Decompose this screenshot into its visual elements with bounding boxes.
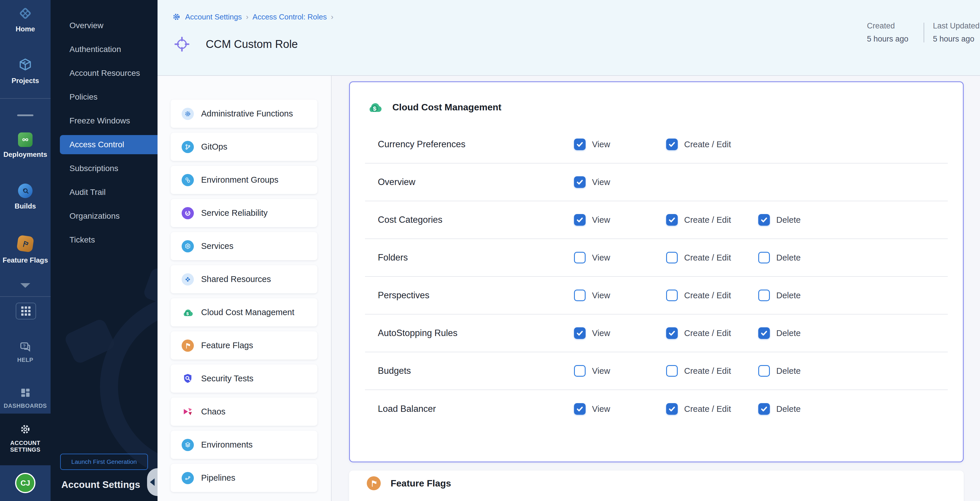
rail-item-deployments[interactable]: Deployments — [0, 132, 51, 159]
checkbox-create-edit[interactable] — [666, 252, 678, 263]
rail-item-dashboards[interactable]: DASHBOARDS — [0, 386, 51, 409]
sidebar-collapse-button[interactable] — [147, 468, 158, 496]
permission-row-autostopping-rules: AutoStopping RulesViewCreate / EditDelet… — [365, 314, 948, 352]
module-card-service-reliability[interactable]: Service Reliability — [170, 199, 317, 227]
checkbox-view[interactable] — [574, 365, 585, 377]
permission-cell-view: View — [574, 327, 666, 339]
sidebar-item-overview[interactable]: Overview — [60, 16, 158, 35]
title-row: CCM Custom Role — [173, 35, 298, 53]
watermark-gear-icon — [100, 293, 158, 480]
permission-cell-view: View — [574, 214, 666, 226]
rail-label-builds: Builds — [0, 202, 51, 210]
module-card-chaos[interactable]: Chaos — [170, 398, 317, 426]
permission-cell-delete: Delete — [758, 214, 850, 226]
sidebar-item-policies[interactable]: Policies — [60, 87, 158, 106]
permission-cell-delete: Delete — [758, 365, 850, 377]
security-tests-icon — [181, 373, 194, 385]
rail-item-home[interactable]: Home — [0, 6, 51, 33]
module-card-feature-flags[interactable]: Feature Flags — [170, 331, 317, 360]
checkbox-delete[interactable] — [758, 252, 770, 263]
module-label: Chaos — [201, 407, 226, 417]
avatar-initials: CJ — [20, 479, 30, 488]
module-card-administrative-functions[interactable]: Administrative Functions — [170, 100, 317, 128]
sidebar-item-freeze-windows[interactable]: Freeze Windows — [60, 111, 158, 130]
checkbox-view[interactable] — [574, 214, 585, 226]
checkbox-create-edit[interactable] — [666, 290, 678, 301]
rail-label-projects: Projects — [0, 77, 51, 85]
all-modules-grid-button[interactable] — [16, 303, 36, 319]
sidebar-menu: OverviewAuthenticationAccount ResourcesP… — [51, 16, 158, 254]
environments-icon — [181, 439, 194, 451]
checkbox-delete[interactable] — [758, 290, 770, 301]
checkbox-view[interactable] — [574, 252, 585, 263]
sidebar-item-account-resources[interactable]: Account Resources — [60, 63, 158, 83]
module-card-pipelines[interactable]: Pipelines — [170, 464, 317, 492]
launch-first-generation-button[interactable]: Launch First Generation — [60, 453, 148, 470]
rail-section-dash — [17, 114, 33, 116]
rail-label-feature-flags: Feature Flags — [0, 256, 51, 264]
module-card-environment-groups[interactable]: Environment Groups — [170, 166, 317, 194]
rail-item-projects[interactable]: Projects — [0, 57, 51, 85]
checkbox-view[interactable] — [574, 290, 585, 301]
checkbox-delete[interactable] — [758, 327, 770, 339]
permission-cell-delete: Delete — [758, 327, 850, 339]
checkbox-create-edit[interactable] — [666, 214, 678, 226]
rail-item-help[interactable]: ? HELP — [0, 340, 51, 363]
checkbox-delete[interactable] — [758, 403, 770, 415]
checkbox-create-edit[interactable] — [666, 365, 678, 377]
app-root: Home Projects Deployments Builds — [0, 0, 980, 501]
breadcrumb-link-account-settings[interactable]: Account Settings — [185, 13, 242, 22]
module-label: Pipelines — [201, 473, 235, 483]
feature-flags-panel: Feature Flags — [349, 471, 964, 501]
created-label: Created — [867, 22, 915, 30]
breadcrumb-link-access-control-roles[interactable]: Access Control: Roles — [253, 13, 327, 22]
module-card-gitops[interactable]: GitOps — [170, 133, 317, 161]
rail-label-account-settings-2: SETTINGS — [0, 446, 51, 453]
rail-item-account-settings[interactable]: ACCOUNT SETTINGS — [0, 414, 51, 465]
home-icon — [0, 6, 51, 22]
module-card-security-tests[interactable]: Security Tests — [170, 365, 317, 393]
permission-rows: Currency PreferencesViewCreate / EditOve… — [365, 126, 948, 428]
permission-row-folders: FoldersViewCreate / EditDelete — [365, 239, 948, 277]
permission-cell-view: View — [574, 403, 666, 415]
permission-row-overview: OverviewView — [365, 163, 948, 201]
checkbox-view[interactable] — [574, 403, 585, 415]
checkbox-view[interactable] — [574, 176, 585, 188]
projects-icon — [0, 57, 51, 73]
checkbox-create-edit[interactable] — [666, 403, 678, 415]
module-card-services[interactable]: Services — [170, 232, 317, 260]
rail-label-dashboards: DASHBOARDS — [0, 403, 51, 409]
sidebar-item-audit-trail[interactable]: Audit Trail — [60, 183, 158, 202]
icon-rail: Home Projects Deployments Builds — [0, 0, 51, 501]
permission-row-load-balancer: Load BalancerViewCreate / EditDelete — [365, 390, 948, 428]
checkbox-label: Delete — [776, 215, 801, 225]
checkbox-create-edit[interactable] — [666, 138, 678, 150]
permission-cell-delete: Delete — [758, 403, 850, 415]
module-card-cloud-cost-management[interactable]: $Cloud Cost Management — [170, 298, 317, 327]
role-target-icon — [173, 35, 191, 53]
deployments-icon — [18, 132, 33, 147]
sidebar-item-access-control[interactable]: Access Control — [60, 135, 158, 154]
chevron-down-icon[interactable] — [20, 283, 30, 288]
checkbox-create-edit[interactable] — [666, 327, 678, 339]
next-panel-header: Feature Flags — [367, 476, 451, 490]
sidebar-item-tickets[interactable]: Tickets — [60, 230, 158, 249]
sidebar-item-authentication[interactable]: Authentication — [60, 40, 158, 59]
checkbox-delete[interactable] — [758, 365, 770, 377]
permission-cell-view: View — [574, 176, 666, 188]
pipelines-icon — [181, 472, 194, 484]
checkbox-delete[interactable] — [758, 214, 770, 226]
avatar[interactable]: CJ — [15, 473, 35, 493]
rail-item-builds[interactable]: Builds — [0, 184, 51, 210]
checkbox-view[interactable] — [574, 138, 585, 150]
permission-cell-create-edit: Create / Edit — [666, 403, 758, 415]
module-card-shared-resources[interactable]: Shared Resources — [170, 265, 317, 293]
checkbox-view[interactable] — [574, 327, 585, 339]
module-card-environments[interactable]: Environments — [170, 431, 317, 459]
sidebar-item-organizations[interactable]: Organizations — [60, 206, 158, 226]
panel-header: $ Cloud Cost Management — [367, 99, 501, 115]
rail-divider — [0, 98, 51, 99]
rail-item-feature-flags[interactable]: Feature Flags — [0, 236, 51, 264]
sidebar-item-subscriptions[interactable]: Subscriptions — [60, 159, 158, 178]
cloud-cost-management-panel: $ Cloud Cost Management Currency Prefere… — [349, 81, 964, 462]
